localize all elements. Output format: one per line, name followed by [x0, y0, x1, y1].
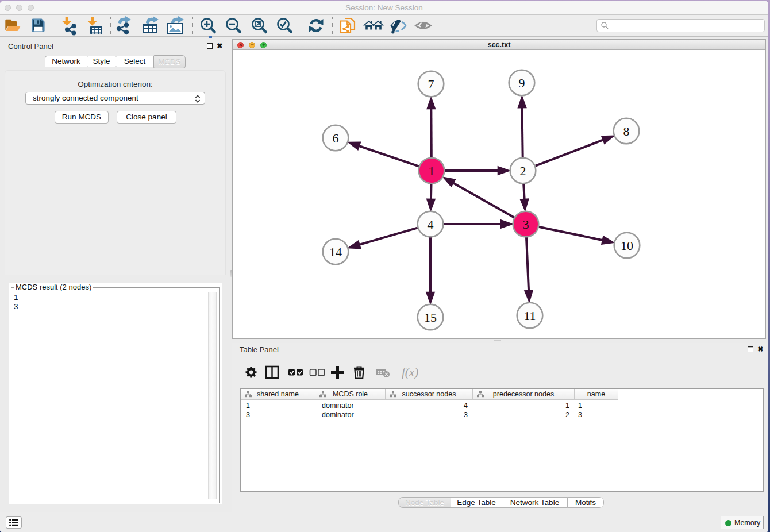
svg-text:9: 9: [519, 76, 525, 90]
svg-text:1: 1: [429, 164, 435, 178]
svg-text:14: 14: [329, 245, 342, 259]
svg-text:2: 2: [520, 164, 526, 178]
svg-text:f(x): f(x): [402, 365, 418, 379]
svg-text:11: 11: [523, 309, 536, 323]
svg-text:8: 8: [623, 124, 630, 138]
svg-text:7: 7: [428, 77, 434, 91]
svg-text:6: 6: [333, 131, 339, 145]
svg-text:4: 4: [428, 217, 434, 232]
svg-text:3: 3: [523, 217, 529, 232]
svg-text:15: 15: [424, 310, 437, 325]
svg-text:10: 10: [621, 238, 633, 253]
